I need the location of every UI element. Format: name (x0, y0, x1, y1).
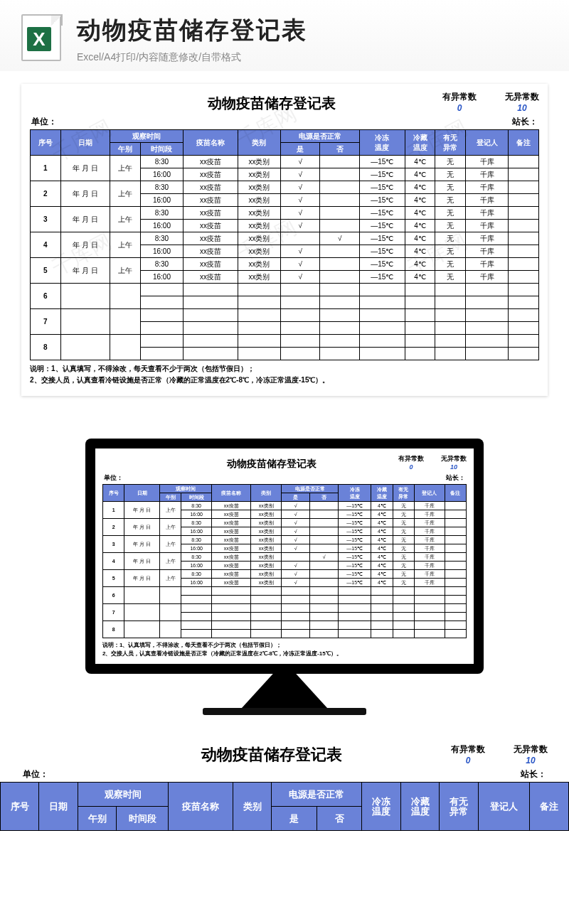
table-row: 7 (103, 604, 467, 613)
vaccine-table: 序号日期观察时间疫苗名称类别电源是否正常冷冻温度冷藏温度有无异常登记人备注午别时… (30, 129, 539, 360)
table-row: 2年 月 日上午8:30xx疫苗xx类别√—15℃4℃无千库 (103, 519, 467, 527)
vaccine-table-monitor: 序号日期观察时间疫苗名称类别电源是否正常冷冻温度冷藏温度有无异常登记人备注午别时… (102, 484, 467, 638)
table-row: 6 (103, 587, 467, 596)
table-row: 6 (31, 284, 539, 296)
table-row: 7 (31, 309, 539, 322)
table-row: 4年 月 日上午8:30xx疫苗xx类别√—15℃4℃无千库 (103, 553, 467, 562)
leader-label: 站长： (512, 116, 538, 128)
table-body: 1年 月 日上午8:30xx疫苗xx类别√—15℃4℃无千库16:00xx疫苗x… (31, 156, 539, 360)
table-row: 5年 月 日上午8:30xx疫苗xx类别√—15℃4℃无千库 (103, 570, 467, 579)
doc-notes: 说明：1、认真填写，不得涂改，每天查看不少于两次（包括节假日）；2、交接人员，认… (30, 363, 539, 386)
unit-label: 单位： (31, 116, 57, 128)
table-row: 8 (31, 335, 539, 348)
bottom-crop: 动物疫苗储存登记表 有异常数0 无异常数10 单位：站长： 序号日期观察时间疫苗… (0, 743, 569, 831)
table-row: 8 (103, 621, 467, 630)
table-row: 3年 月 日上午8:30xx疫苗xx类别√—15℃4℃无千库 (31, 207, 539, 220)
hero-subtitle: Excel/A4打印/内容随意修改/自带格式 (77, 51, 307, 64)
table-row: 2年 月 日上午8:30xx疫苗xx类别√—15℃4℃无千库 (31, 181, 539, 194)
doc-title: 动物疫苗储存登记表 (30, 94, 442, 113)
doc-stats: 有异常数0 无异常数10 (442, 91, 539, 113)
monitor-mockup: 动物疫苗储存登记表 有异常数0 无异常数10 单位：站长： 序号日期观察时间疫苗… (85, 439, 484, 715)
vaccine-table-strip: 序号日期观察时间疫苗名称类别电源是否正常冷冻温度冷藏温度有无异常登记人备注午别时… (0, 782, 569, 831)
table-row: 5年 月 日上午8:30xx疫苗xx类别√—15℃4℃无千库 (31, 258, 539, 271)
excel-file-icon: X (21, 14, 64, 64)
table-row: 1年 月 日上午8:30xx疫苗xx类别√—15℃4℃无千库 (103, 502, 467, 510)
document-preview: 千库网 千库网 千库网 千库网 千库网 千库网 动物疫苗储存登记表 有异常数0 … (21, 84, 548, 396)
table-header: 序号日期观察时间疫苗名称类别电源是否正常冷冻温度冷藏温度有无异常登记人备注午别时… (31, 130, 539, 156)
table-row: 3年 月 日上午8:30xx疫苗xx类别√—15℃4℃无千库 (103, 536, 467, 544)
table-row: 1年 月 日上午8:30xx疫苗xx类别√—15℃4℃无千库 (31, 156, 539, 168)
hero-title: 动物疫苗储存登记表 (77, 14, 307, 47)
table-row: 4年 月 日上午8:30xx疫苗xx类别√—15℃4℃无千库 (31, 232, 539, 245)
hero-banner: X 动物疫苗储存登记表 Excel/A4打印/内容随意修改/自带格式 (0, 0, 569, 71)
